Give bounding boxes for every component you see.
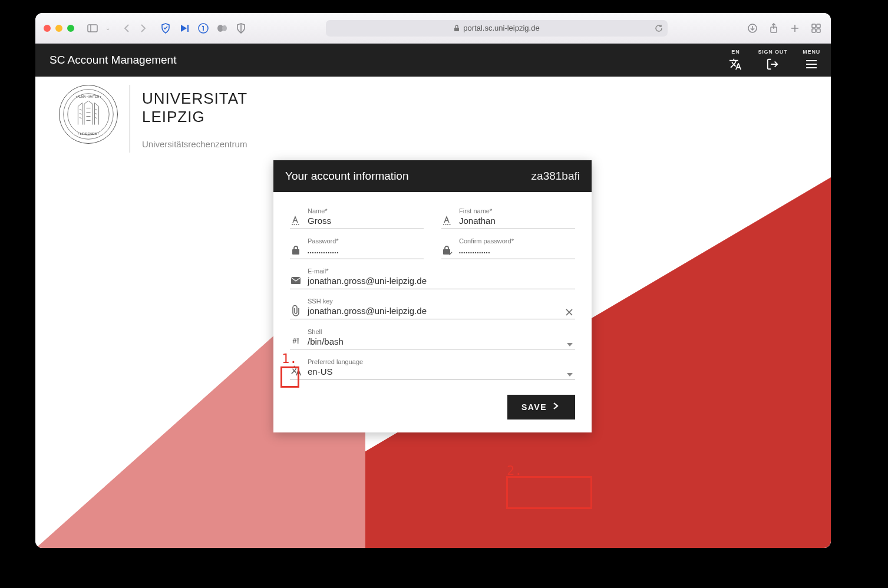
sshkey-input[interactable] [308, 306, 557, 316]
svg-text:• LIPSIENSIS •: • LIPSIENSIS • [78, 132, 98, 136]
dropdown-icon[interactable]: ⌄ [101, 22, 114, 35]
logo-line-2: LEIPZIG [142, 108, 247, 126]
text-format-icon [441, 214, 453, 226]
svg-rect-28 [292, 249, 299, 255]
svg-marker-2 [181, 25, 187, 32]
language-field-wrapper[interactable]: Preferred language en-US [290, 355, 575, 379]
chevron-down-icon [565, 343, 575, 346]
svg-rect-0 [88, 25, 97, 32]
firstname-field-wrapper: First name* [441, 205, 575, 229]
password-input[interactable] [308, 250, 424, 255]
chevron-down-icon [565, 373, 575, 376]
hamburger-icon [804, 57, 818, 71]
email-icon [290, 275, 302, 286]
password-label: Password* [308, 237, 339, 245]
lock-check-icon [441, 245, 453, 256]
shell-select[interactable]: /bin/bash [308, 336, 559, 346]
svg-point-23 [68, 94, 109, 135]
sidebar-toggle-icon[interactable] [86, 22, 99, 35]
shell-icon: #! [290, 335, 302, 346]
name-input[interactable] [308, 216, 424, 226]
card-title: Your account information [285, 170, 408, 183]
address-bar[interactable]: portal.sc.uni-leipzig.de [326, 20, 668, 37]
translate-icon [728, 57, 742, 71]
university-seal-icon: • ALMA • MATER • • LIPSIENSIS • [59, 85, 118, 144]
lock-icon [454, 25, 460, 32]
svg-rect-30 [291, 277, 301, 284]
translate-icon [290, 365, 302, 376]
tab-overview-icon[interactable] [810, 22, 823, 35]
back-button[interactable] [120, 22, 133, 35]
divider [130, 85, 130, 153]
play-icon[interactable] [178, 22, 191, 35]
svg-rect-3 [187, 25, 189, 32]
reload-icon[interactable] [655, 24, 663, 32]
sshkey-label: SSH key [308, 298, 333, 305]
svg-point-6 [222, 25, 227, 31]
text-format-icon [290, 214, 302, 226]
confirm-password-input[interactable] [459, 250, 575, 255]
name-label: Name* [308, 207, 328, 214]
confirm-password-field-wrapper: Confirm password* [441, 235, 575, 259]
browser-window: ⌄ [35, 13, 831, 548]
password-field-wrapper: Password* [290, 235, 424, 259]
maximize-window-button[interactable] [67, 25, 74, 32]
card-header: Your account information za381bafi [273, 160, 592, 192]
firstname-input[interactable] [459, 216, 575, 226]
logo-line-1: UNIVERSITAT [142, 90, 247, 108]
language-select[interactable]: en-US [308, 366, 559, 376]
new-tab-icon[interactable] [788, 22, 801, 35]
svg-text:• ALMA • MATER •: • ALMA • MATER • [75, 95, 101, 98]
chevron-right-icon [553, 402, 563, 412]
attachment-icon[interactable] [290, 305, 302, 316]
browser-toolbar: ⌄ [35, 13, 831, 44]
menu-button[interactable]: MENU [803, 49, 820, 71]
svg-rect-14 [812, 24, 816, 28]
sign-out-button[interactable]: SIGN OUT [758, 49, 787, 71]
email-input[interactable] [308, 276, 575, 286]
shell-label: Shell [308, 328, 322, 335]
shell-field-wrapper[interactable]: #! Shell /bin/bash [290, 325, 575, 349]
minimize-window-button[interactable] [55, 25, 62, 32]
forward-button[interactable] [137, 22, 150, 35]
account-info-card: Your account information za381bafi Name* [273, 160, 592, 432]
svg-rect-17 [817, 29, 820, 32]
app-title: SC Account Management [49, 54, 176, 67]
svg-rect-16 [812, 29, 816, 32]
extension-icon-2[interactable] [235, 22, 247, 35]
confirm-password-label: Confirm password* [459, 237, 514, 245]
email-field-wrapper: E-mail* [290, 265, 575, 289]
clear-sshkey-button[interactable] [563, 308, 575, 316]
app-viewport: SC Account Management EN SIGN OUT MENU [35, 44, 831, 548]
extension-icon-1[interactable] [216, 22, 229, 35]
download-icon[interactable] [746, 22, 759, 35]
svg-marker-34 [567, 373, 573, 376]
save-button-label: SAVE [521, 402, 547, 412]
onepassword-icon[interactable] [197, 22, 210, 35]
svg-rect-15 [817, 24, 820, 28]
firstname-label: First name* [459, 207, 492, 214]
signout-icon [765, 57, 780, 71]
university-logo: • ALMA • MATER • • LIPSIENSIS • UNIVERSI… [59, 85, 247, 153]
shield-icon[interactable] [159, 22, 172, 35]
close-window-button[interactable] [44, 25, 51, 32]
svg-rect-7 [454, 28, 459, 31]
url-text: portal.sc.uni-leipzig.de [463, 24, 539, 32]
app-header: SC Account Management EN SIGN OUT MENU [35, 44, 831, 77]
share-icon[interactable] [767, 22, 780, 35]
save-button[interactable]: SAVE [507, 395, 575, 419]
email-label: E-mail* [308, 267, 328, 275]
svg-marker-33 [567, 343, 573, 346]
lock-icon [290, 245, 302, 256]
window-controls [44, 25, 74, 32]
logo-subtitle: Universitätsrechenzentrum [142, 139, 247, 149]
language-label: Preferred language [308, 358, 363, 365]
account-id: za381bafi [532, 170, 580, 183]
name-field-wrapper: Name* [290, 205, 424, 229]
sshkey-field-wrapper: SSH key [290, 295, 575, 319]
language-switcher[interactable]: EN [728, 49, 742, 71]
